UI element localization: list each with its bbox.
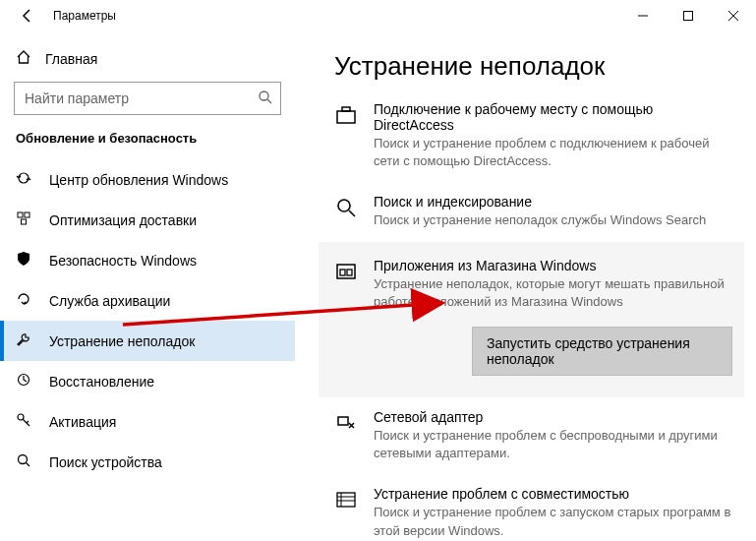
- svg-rect-21: [337, 493, 355, 507]
- sidebar-item-label: Центр обновления Windows: [49, 172, 228, 188]
- svg-rect-14: [342, 107, 350, 111]
- find-icon: [16, 452, 31, 471]
- sidebar-item-label: Восстановление: [49, 374, 154, 390]
- svg-rect-8: [22, 219, 27, 224]
- wrench-icon: [16, 331, 31, 350]
- svg-rect-18: [340, 270, 345, 275]
- svg-rect-1: [684, 12, 693, 21]
- svg-line-5: [267, 99, 271, 103]
- network-icon: [334, 411, 358, 435]
- item-desc: Поиск и устранение проблем с запуском ст…: [374, 504, 732, 539]
- svg-rect-13: [337, 111, 355, 123]
- item-title: Поиск и индексирование: [374, 194, 732, 210]
- app-icon: [334, 260, 358, 283]
- sidebar-item-label: Активация: [49, 414, 116, 430]
- svg-point-11: [19, 455, 28, 464]
- shield-icon: [16, 251, 31, 270]
- search-input[interactable]: [14, 82, 281, 115]
- minimize-button[interactable]: [620, 0, 666, 31]
- item-desc: Поиск и устранение проблем с подключение…: [374, 135, 732, 170]
- page-title: Устранение неполадок: [334, 51, 732, 82]
- home-label: Главная: [45, 51, 97, 67]
- sidebar-item-label: Поиск устройства: [49, 454, 162, 470]
- search-icon: [334, 196, 358, 219]
- svg-rect-7: [25, 212, 29, 217]
- sidebar-item-delivery-optimization[interactable]: Оптимизация доставки: [0, 200, 295, 240]
- sidebar-item-label: Устранение неполадок: [49, 333, 195, 349]
- troubleshoot-item-compatibility[interactable]: Устранение проблем с совместимостью Поис…: [334, 474, 732, 541]
- sync-icon: [16, 170, 31, 189]
- item-desc: Поиск и устранение неполадок службы Wind…: [374, 211, 732, 229]
- key-icon: [16, 412, 31, 431]
- svg-line-16: [349, 210, 355, 216]
- run-troubleshooter-button[interactable]: Запустить средство устранения неполадок: [472, 327, 732, 376]
- recovery-icon: [16, 372, 31, 391]
- sidebar-item-troubleshoot[interactable]: Устранение неполадок: [0, 321, 295, 361]
- troubleshoot-item-search[interactable]: Поиск и индексирование Поиск и устранени…: [334, 182, 732, 241]
- sidebar: Главная Обновление и безопасность Центр …: [0, 31, 295, 541]
- home-nav-item[interactable]: Главная: [0, 41, 295, 76]
- group-header: Обновление и безопасность: [0, 125, 295, 159]
- close-button[interactable]: [711, 0, 756, 31]
- sidebar-item-label: Безопасность Windows: [49, 253, 197, 269]
- svg-line-12: [27, 463, 30, 467]
- briefcase-icon: [334, 103, 358, 127]
- delivery-icon: [16, 210, 31, 229]
- sidebar-item-windows-update[interactable]: Центр обновления Windows: [0, 159, 295, 200]
- svg-rect-6: [18, 212, 23, 217]
- sidebar-item-windows-security[interactable]: Безопасность Windows: [0, 240, 295, 280]
- backup-icon: [16, 291, 31, 310]
- item-title: Устранение проблем с совместимостью: [374, 486, 732, 502]
- troubleshoot-item-network-adapter[interactable]: Сетевой адаптер Поиск и устранение пробл…: [334, 397, 732, 474]
- home-icon: [16, 49, 31, 68]
- item-title: Сетевой адаптер: [374, 409, 732, 425]
- svg-point-4: [260, 91, 268, 100]
- troubleshoot-item-directaccess[interactable]: Подключение к рабочему месту с помощью D…: [334, 90, 732, 182]
- sidebar-item-backup[interactable]: Служба архивации: [0, 280, 295, 321]
- item-desc: Поиск и устранение проблем с беспроводны…: [374, 427, 732, 462]
- sidebar-item-label: Служба архивации: [49, 293, 170, 309]
- content-area: Устранение неполадок Подключение к рабоч…: [295, 31, 756, 541]
- svg-rect-20: [338, 417, 348, 425]
- troubleshoot-item-store-apps[interactable]: Приложения из Магазина Windows Устранени…: [319, 242, 744, 397]
- item-title: Подключение к рабочему месту с помощью D…: [374, 101, 732, 133]
- sidebar-item-label: Оптимизация доставки: [49, 212, 197, 228]
- window-title: Параметры: [53, 9, 620, 23]
- sidebar-item-recovery[interactable]: Восстановление: [0, 361, 295, 401]
- sidebar-item-find-device[interactable]: Поиск устройства: [0, 442, 295, 482]
- compat-icon: [334, 488, 358, 511]
- maximize-button[interactable]: [666, 0, 711, 31]
- svg-point-15: [338, 200, 350, 211]
- back-button[interactable]: [16, 4, 39, 28]
- search-icon: [258, 90, 273, 109]
- item-title: Приложения из Магазина Windows: [374, 258, 732, 273]
- item-desc: Устранение неполадок, которые могут меша…: [374, 275, 732, 311]
- svg-rect-19: [347, 270, 352, 275]
- sidebar-item-activation[interactable]: Активация: [0, 401, 295, 442]
